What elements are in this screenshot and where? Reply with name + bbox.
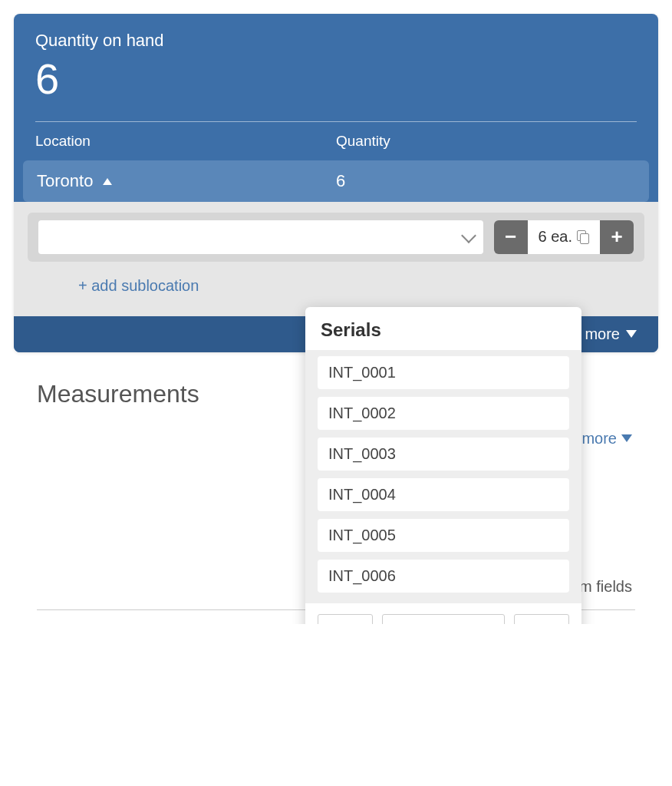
serial-item[interactable]: INT_0004 xyxy=(318,478,569,511)
qoh-value: 6 xyxy=(35,55,637,103)
location-name: Toronto xyxy=(37,171,93,190)
quantity-display[interactable]: 6 ea. xyxy=(528,220,600,254)
serial-generator-row xyxy=(305,603,581,624)
serials-popover: Serials INT_0001INT_0002INT_0003INT_0004… xyxy=(305,307,581,624)
location-qty: 6 xyxy=(336,171,635,191)
serial-item[interactable]: INT_0005 xyxy=(318,519,569,552)
sublocation-select[interactable] xyxy=(38,220,483,254)
serials-list: INT_0001INT_0002INT_0003INT_0004INT_0005… xyxy=(305,350,581,603)
sublocation-panel: − 6 ea. + + add sublocation xyxy=(14,202,658,316)
decrement-button[interactable]: − xyxy=(494,220,528,254)
collapse-icon xyxy=(103,178,112,185)
serial-item[interactable]: INT_0001 xyxy=(318,356,569,389)
chevron-down-icon xyxy=(621,434,632,442)
serial-item[interactable]: INT_0002 xyxy=(318,397,569,430)
quantity-stepper: − 6 ea. + xyxy=(494,220,634,254)
add-sublocation-link[interactable]: + add sublocation xyxy=(28,262,644,302)
col-location: Location xyxy=(35,133,336,150)
location-table-header: Location Quantity xyxy=(14,133,658,160)
serial-prefix-input[interactable] xyxy=(318,614,373,624)
inventory-card: Quantity on hand 6 Location Quantity Tor… xyxy=(14,14,658,352)
qoh-label: Quantity on hand xyxy=(35,31,637,51)
serials-icon xyxy=(578,232,589,243)
location-row-toronto[interactable]: Toronto 6 xyxy=(23,160,649,202)
serial-item[interactable]: INT_0003 xyxy=(318,438,569,471)
serials-title: Serials xyxy=(305,307,581,350)
serial-number-input[interactable] xyxy=(382,614,505,624)
serial-item[interactable]: INT_0006 xyxy=(318,560,569,593)
chevron-down-icon xyxy=(461,228,476,243)
sublocation-editor: − 6 ea. + xyxy=(28,213,644,262)
col-quantity: Quantity xyxy=(336,133,637,150)
quantity-text: 6 ea. xyxy=(539,228,572,246)
chevron-down-icon xyxy=(626,330,637,338)
divider xyxy=(35,121,637,122)
serial-suffix-input[interactable] xyxy=(514,614,569,624)
increment-button[interactable]: + xyxy=(600,220,634,254)
